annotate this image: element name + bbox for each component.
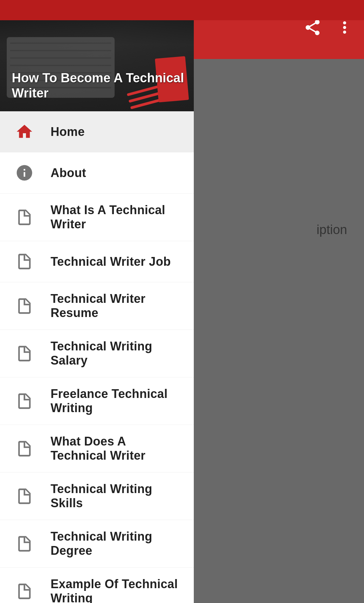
nav-label-freelance: Freelance Technical Writing [51, 387, 180, 415]
nav-label-what-does: What Does A Technical Writer [51, 434, 180, 463]
doc-icon-resume [13, 295, 35, 317]
nav-item-what-is[interactable]: What Is A Technical Writer [0, 194, 194, 241]
nav-label-what-is: What Is A Technical Writer [51, 203, 180, 231]
doc-icon-example [13, 580, 35, 602]
nav-item-job[interactable]: Technical Writer Job [0, 241, 194, 282]
info-icon [13, 162, 35, 184]
doc-icon-degree [13, 533, 35, 555]
content-hint: iption [316, 223, 347, 237]
nav-item-degree[interactable]: Technical Writing Degree [0, 520, 194, 568]
nav-item-skills[interactable]: Technical Writing Skills [0, 472, 194, 520]
nav-label-salary: Technical Writing Salary [51, 339, 180, 368]
nav-item-resume[interactable]: Technical Writer Resume [0, 282, 194, 330]
nav-label-about: About [51, 166, 86, 180]
nav-label-example: Example Of Technical Writing [51, 577, 180, 603]
share-icon[interactable] [303, 18, 322, 41]
nav-label-job: Technical Writer Job [51, 255, 171, 269]
nav-label-resume: Technical Writer Resume [51, 292, 180, 320]
home-icon [13, 121, 35, 143]
header-icons [303, 18, 354, 41]
nav-label-skills: Technical Writing Skills [51, 482, 180, 510]
nav-item-home[interactable]: Home [0, 111, 194, 152]
status-bar [0, 0, 364, 20]
nav-item-freelance[interactable]: Freelance Technical Writing [0, 377, 194, 425]
nav-item-example[interactable]: Example Of Technical Writing [0, 568, 194, 603]
doc-icon-freelance [13, 390, 35, 412]
doc-icon-job [13, 251, 35, 272]
nav-item-about[interactable]: About [0, 152, 194, 194]
nav-label-degree: Technical Writing Degree [51, 529, 180, 558]
nav-items: Home About What Is A Technical Writer [0, 111, 194, 603]
nav-item-salary[interactable]: Technical Writing Salary [0, 330, 194, 377]
doc-icon-salary [13, 343, 35, 365]
doc-icon-skills [13, 485, 35, 507]
nav-label-home: Home [51, 125, 85, 139]
doc-icon-what-is [13, 206, 35, 228]
nav-drawer: How To Become A Technical Writer Home Ab… [0, 0, 194, 603]
more-vert-icon[interactable] [335, 18, 354, 41]
doc-icon-what-does [13, 438, 35, 460]
drawer-overlay[interactable]: iption [194, 0, 364, 603]
drawer-header-title: How To Become A Technical Writer [12, 70, 194, 101]
nav-item-what-does[interactable]: What Does A Technical Writer [0, 425, 194, 472]
